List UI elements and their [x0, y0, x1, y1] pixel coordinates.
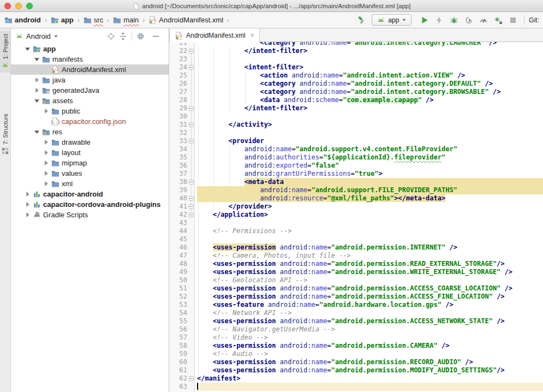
project-tree: appmanifests</>AndroidManifest.xmljavage…	[11, 44, 169, 392]
collapse-all-button[interactable]	[119, 32, 127, 40]
code-line-22: </intent-filter>	[197, 47, 543, 55]
text-caret	[197, 383, 198, 390]
fold-marker-line-40[interactable]	[189, 196, 194, 201]
project-button-label: 1: Project	[2, 34, 9, 59]
tree-item-java[interactable]: java	[11, 75, 169, 85]
debug-button[interactable]	[447, 14, 461, 26]
code-line-26: <category android:name="android.intent.c…	[197, 80, 543, 88]
breadcrumb-item-src[interactable]: src	[83, 16, 103, 24]
folder-res-icon	[42, 128, 50, 136]
tree-item-app[interactable]: app	[11, 44, 169, 54]
tree-item-layout[interactable]: layout	[11, 147, 169, 158]
tree-item-res[interactable]: res	[11, 127, 169, 137]
git-label: Git:	[529, 16, 540, 24]
code-line-23	[197, 55, 543, 63]
chevron-collapsed-icon[interactable]	[34, 88, 39, 93]
fold-marker-line-41[interactable]	[189, 204, 194, 209]
fold-marker-line-62[interactable]	[189, 376, 194, 381]
code-line-62: </manifest>	[197, 375, 543, 383]
bug-arrow-icon	[494, 16, 503, 25]
code-line-24: <intent-filter>	[197, 63, 543, 72]
folder-app-icon	[51, 16, 59, 24]
stop-button[interactable]	[506, 14, 520, 26]
panel-settings-button[interactable]	[136, 32, 145, 40]
chevron-collapsed-icon[interactable]	[25, 202, 30, 207]
code-line-47: <!-- Camera, Photos, input file -->	[197, 252, 543, 260]
editor-tab-androidmanifest[interactable]: </> AndroidManifest.xml ×	[169, 28, 260, 43]
run-button[interactable]	[418, 14, 431, 26]
tree-item-manifests[interactable]: manifests	[11, 54, 169, 64]
breadcrumb-item-android[interactable]: android	[4, 16, 41, 24]
line-number: 54	[169, 309, 194, 317]
code-area[interactable]: <category android:name="android.intent.c…	[195, 39, 543, 392]
chevron-collapsed-icon[interactable]	[44, 150, 49, 155]
chevron-collapsed-icon[interactable]	[25, 192, 30, 197]
breadcrumb-item-main[interactable]: main	[113, 16, 139, 24]
hide-panel-button[interactable]	[152, 32, 160, 40]
fold-marker-line-33[interactable]	[189, 139, 194, 144]
folder-icon	[51, 107, 59, 115]
tree-item-label: mipmap	[62, 158, 87, 168]
tree-item-mipmap[interactable]: mipmap	[11, 158, 169, 168]
tool-button-project[interactable]: 1: Project	[0, 31, 10, 73]
tree-item-gradle-scripts[interactable]: Gradle Scripts	[11, 210, 169, 220]
close-icon[interactable]: ×	[250, 32, 254, 39]
folder-icon	[42, 76, 50, 84]
tree-item-public[interactable]: public	[11, 106, 169, 116]
run-configuration-select[interactable]: app	[372, 14, 411, 26]
fold-marker-line-24[interactable]	[189, 65, 194, 70]
chevron-expanded-icon[interactable]	[34, 98, 39, 103]
chevron-down-icon	[402, 17, 407, 22]
build-button[interactable]	[355, 14, 368, 26]
breadcrumb-item-androidmanifest-xml[interactable]: </>AndroidManifest.xml	[148, 16, 223, 24]
chevron-collapsed-icon[interactable]	[44, 171, 49, 176]
chevron-collapsed-icon[interactable]	[44, 181, 49, 186]
project-view-selector[interactable]: Android	[15, 32, 58, 40]
fold-marker-line-38[interactable]	[189, 180, 194, 185]
chevron-collapsed-icon[interactable]	[34, 78, 39, 82]
locate-file-button[interactable]	[107, 32, 115, 40]
navigation-bar: android›app›src›main›</>AndroidManifest.…	[0, 12, 543, 28]
fold-marker-line-31[interactable]	[189, 122, 194, 127]
chevron-expanded-icon[interactable]	[34, 57, 39, 62]
tree-item-assets[interactable]: assets	[11, 96, 169, 106]
chevron-right-icon: ›	[227, 16, 229, 24]
attach-profiler-button[interactable]	[462, 14, 475, 26]
tree-item-capacitor-android[interactable]: capacitor-android	[11, 189, 169, 199]
fold-marker-line-29[interactable]	[189, 106, 194, 111]
breadcrumb-item-app[interactable]: app	[51, 16, 74, 24]
code-line-58: <uses-permission android:name="android.p…	[197, 342, 543, 350]
folder-icon	[51, 180, 59, 188]
chevron-collapsed-icon[interactable]	[44, 161, 49, 165]
folder-icon	[51, 149, 59, 157]
tree-item-capacitor-config-json[interactable]: {..}capacitor.config.json	[11, 116, 169, 127]
fold-marker-line-22[interactable]	[189, 49, 194, 54]
tree-item-label: drawable	[62, 137, 91, 147]
apply-changes-button[interactable]	[433, 14, 446, 26]
profile-button[interactable]	[477, 14, 490, 26]
tree-item-xml[interactable]: xml	[11, 179, 169, 189]
chevron-expanded-icon[interactable]	[25, 46, 30, 51]
fold-marker-line-42[interactable]	[189, 212, 194, 217]
tree-item-drawable[interactable]: drawable	[11, 137, 169, 147]
tree-item-androidmanifest-xml[interactable]: </>AndroidManifest.xml	[11, 64, 169, 75]
tree-item-values[interactable]: values	[11, 168, 169, 179]
gauge-icon	[479, 16, 488, 25]
code-line-44: <!-- Permissions -->	[197, 227, 543, 235]
chevron-collapsed-icon[interactable]	[44, 109, 49, 114]
tree-item-capacitor-cordova-android-plugins[interactable]: capacitor-cordova-android-plugins	[11, 199, 169, 210]
code-line-51: <uses-permission android:name="android.p…	[197, 284, 543, 293]
chevron-expanded-icon[interactable]	[34, 129, 39, 134]
code-line-27: <category android:name="android.intent.c…	[197, 88, 543, 96]
project-tool-window: Android appmanifests</>AndroidManifest.x…	[11, 28, 169, 392]
window-title: android [~/Documents/src/ionic/cap/capAp…	[142, 3, 411, 9]
chevron-collapsed-icon[interactable]	[44, 140, 49, 145]
svg-text:{..}: {..}	[51, 120, 59, 124]
android-icon	[15, 32, 23, 40]
attach-debugger-button[interactable]	[492, 14, 505, 26]
code-line-56: <!-- Navigator.getUserMedia -->	[197, 325, 543, 334]
tool-button-structure[interactable]: 7: Structure	[0, 110, 10, 158]
chevron-collapsed-icon[interactable]	[25, 212, 30, 217]
tree-item-generatedjava[interactable]: generatedJava	[11, 85, 169, 96]
code-line-50: <!-- Geolocation API -->	[197, 276, 543, 284]
